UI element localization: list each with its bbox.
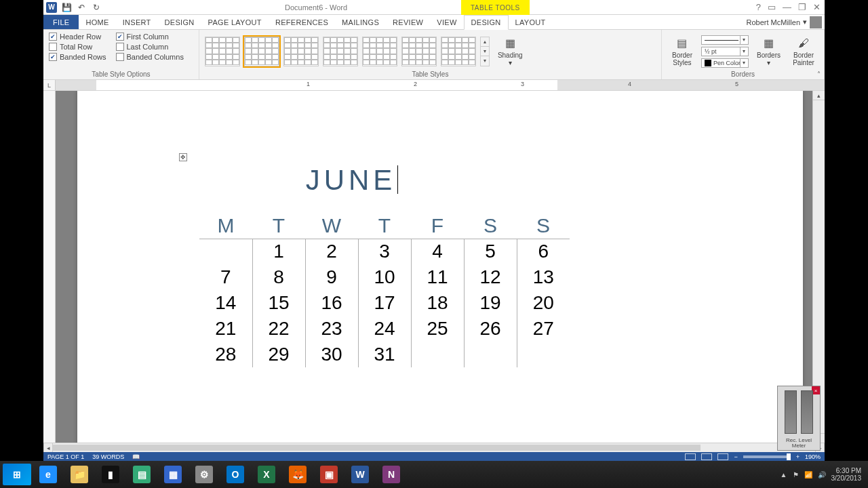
taskbar-app-icon[interactable]: ▤ [127,464,156,485]
scroll-left-icon[interactable]: ◂ [43,443,53,452]
table-move-handle-icon[interactable]: ✥ [179,153,187,161]
calendar-cell[interactable]: 16 [305,290,358,316]
qat-undo-icon[interactable]: ↶ [76,2,87,13]
taskbar-app-icon[interactable]: ▣ [315,464,343,485]
tab-design-main[interactable]: DESIGN [158,15,201,29]
calendar-cell[interactable]: 11 [411,264,464,290]
tab-view[interactable]: VIEW [430,15,463,29]
calendar-cell[interactable]: 1 [252,239,305,264]
chk-banded-rows[interactable]: ✔Banded Rows [49,53,106,61]
style-swatch[interactable] [205,37,240,66]
chk-total-row[interactable]: Total Row [49,43,106,51]
style-swatch[interactable] [441,37,476,66]
zoom-out-icon[interactable]: − [734,453,737,460]
calendar-cell[interactable]: 29 [252,342,305,367]
calendar-cell[interactable] [199,239,252,264]
view-print-layout-icon[interactable] [701,453,712,460]
horizontal-ruler[interactable]: L 1 2 3 4 5 [43,80,825,91]
signed-in-user[interactable]: Robert McMillen▾ [747,15,825,29]
taskbar-ie-icon[interactable]: e [34,464,62,485]
line-weight-dropdown[interactable]: ½ pt▾ [701,47,749,56]
chk-header-row[interactable]: ✔Header Row [49,33,106,41]
calendar-cell[interactable]: 2 [305,239,358,264]
calendar-cell[interactable]: 3 [358,239,411,264]
calendar-cell[interactable] [411,342,464,367]
zoom-level[interactable]: 190% [805,453,821,460]
calendar-cell[interactable]: 26 [464,316,517,342]
rec-level-meter-window[interactable]: × Rec. LevelMeter [777,386,821,451]
gallery-more-button[interactable]: ▴▾▾ [480,37,490,66]
tray-icon[interactable]: ⚑ [793,471,799,479]
horizontal-scrollbar[interactable]: ◂ ▸ [43,443,825,452]
tray-clock[interactable]: 6:30 PM 3/20/2013 [831,467,862,482]
ruler-track[interactable]: 1 2 3 4 5 [56,80,825,90]
calendar-cell[interactable]: 23 [305,316,358,342]
tab-selector[interactable]: L [43,80,56,90]
calendar-cell[interactable]: 7 [199,264,252,290]
taskbar-app-icon[interactable]: ⚙ [190,464,218,485]
start-button[interactable]: ⊞ [3,464,31,485]
calendar-cell[interactable]: 19 [464,290,517,316]
tab-mailings[interactable]: MAILINGS [335,15,386,29]
border-painter-button[interactable]: 🖌Border Painter [789,33,818,70]
tab-references[interactable]: REFERENCES [269,15,335,29]
status-word-count[interactable]: 39 WORDS [92,453,124,460]
tray-network-icon[interactable]: 📶 [804,471,812,479]
tab-table-design[interactable]: DESIGN [464,15,509,30]
table-styles-gallery[interactable]: ▴▾▾ ▦Shading▾ [205,33,527,70]
calendar-cell[interactable]: 31 [358,342,411,367]
calendar-cell[interactable]: 12 [464,264,517,290]
tab-table-layout[interactable]: LAYOUT [509,15,553,29]
calendar-cell[interactable]: 10 [358,264,411,290]
tab-insert[interactable]: INSERT [116,15,158,29]
calendar-cell[interactable]: 20 [517,290,570,316]
calendar-table[interactable]: MTWTFSS 12345678910111213141516171819202… [199,213,570,367]
calendar-cell[interactable]: 18 [411,290,464,316]
tab-page-layout[interactable]: PAGE LAYOUT [201,15,269,29]
scrollbar-thumb[interactable] [53,445,701,451]
chk-first-column[interactable]: ✔First Column [116,33,184,41]
taskbar-excel-icon[interactable]: X [252,464,281,485]
taskbar-outlook-icon[interactable]: O [221,464,250,485]
tab-home[interactable]: HOME [79,15,115,29]
taskbar-word-icon[interactable]: W [346,464,374,485]
view-read-mode-icon[interactable] [685,453,696,460]
tray-icon[interactable]: ▲ [781,471,787,479]
calendar-cell[interactable]: 13 [517,264,570,290]
calendar-cell[interactable]: 30 [305,342,358,367]
calendar-cell[interactable]: 5 [464,239,517,264]
minimize-icon[interactable]: — [783,2,791,12]
zoom-in-icon[interactable]: + [796,453,800,460]
restore-icon[interactable]: ❐ [798,2,806,12]
status-proofing-icon[interactable]: 📖 [132,453,140,460]
qat-redo-icon[interactable]: ↻ [91,2,102,13]
calendar-cell[interactable]: 15 [252,290,305,316]
scroll-up-icon[interactable]: ▴ [813,91,825,100]
pen-color-dropdown[interactable]: Pen Color▾ [701,58,749,68]
chk-last-column[interactable]: Last Column [116,43,184,51]
calendar-cell[interactable]: 17 [358,290,411,316]
tray-volume-icon[interactable]: 🔊 [818,471,826,479]
style-swatch[interactable] [401,37,437,66]
taskbar-explorer-icon[interactable]: 📁 [65,464,94,485]
zoom-slider[interactable] [743,455,791,458]
vertical-ruler[interactable] [43,91,56,452]
view-web-layout-icon[interactable] [717,453,728,460]
style-swatch[interactable] [323,37,358,66]
calendar-cell[interactable] [464,342,517,367]
style-swatch[interactable] [362,37,397,66]
calendar-cell[interactable]: 28 [199,342,252,367]
borders-button[interactable]: ▦Borders▾ [753,33,785,70]
calendar-cell[interactable]: 25 [411,316,464,342]
calendar-cell[interactable]: 4 [411,239,464,264]
calendar-cell[interactable]: 8 [252,264,305,290]
taskbar-firefox-icon[interactable]: 🦊 [283,464,312,485]
taskbar-app-icon[interactable]: ▦ [159,464,187,485]
collapse-ribbon-icon[interactable]: ˄ [817,70,821,78]
calendar-cell[interactable] [517,342,570,367]
qat-save-icon[interactable]: 💾 [61,2,72,13]
style-swatch[interactable] [283,37,319,66]
chk-banded-columns[interactable]: Banded Columns [116,53,184,61]
calendar-cell[interactable]: 27 [517,316,570,342]
close-icon[interactable]: ✕ [813,2,821,12]
